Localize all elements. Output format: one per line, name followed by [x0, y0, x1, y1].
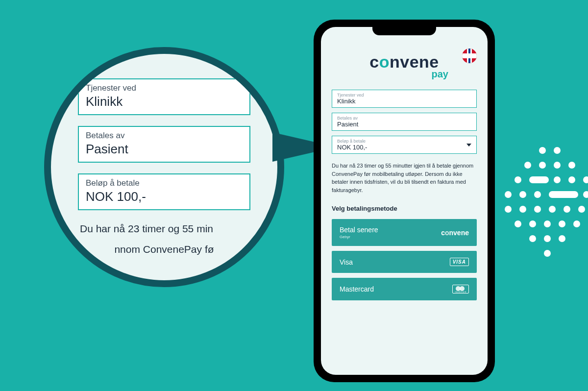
pay-later-label: Betal senere [340, 226, 378, 234]
payer-value: Pasient [337, 121, 471, 128]
payment-methods-title: Velg betalingsmetode [332, 205, 477, 212]
zoom-field-payer: Betales av Pasient [78, 126, 250, 163]
payer-label: Betales av [337, 116, 471, 121]
app-screen: convene pay Tjenester ved Klinikk Betale… [321, 27, 488, 375]
zoom-value-amount: NOK 100,- [86, 189, 243, 204]
mastercard-label: Mastercard [340, 285, 374, 293]
mastercard-badge-icon: mastercard [452, 285, 469, 293]
zoom-label-amount: Beløp å betale [86, 178, 243, 188]
zoom-info-line1: Du har nå 23 timer og 55 min [78, 221, 250, 237]
visa-button[interactable]: Visa VISA [332, 251, 477, 273]
zoom-field-service: Tjenester ved Klinikk [78, 78, 250, 115]
zoom-field-amount: Beløp å betale NOK 100,- [78, 173, 250, 210]
service-field[interactable]: Tjenester ved Klinikk [332, 90, 477, 108]
brand-logo: convene pay [332, 52, 477, 80]
detail-bubble: Tjenester ved Klinikk Betales av Pasient… [44, 47, 284, 287]
amount-value: NOK 100,- [337, 144, 471, 151]
payer-field[interactable]: Betales av Pasient [332, 113, 477, 131]
pay-later-button[interactable]: Betal senere Gebyr convene [332, 219, 477, 246]
brand-name: convene [369, 52, 439, 72]
zoom-label-payer: Betales av [86, 131, 243, 141]
mastercard-button[interactable]: Mastercard mastercard [332, 278, 477, 300]
zoom-value-payer: Pasient [86, 142, 243, 157]
visa-label: Visa [340, 258, 353, 266]
visa-badge-icon: VISA [450, 258, 469, 266]
language-flag-button[interactable] [462, 49, 477, 63]
countdown-info-text: Du har nå 23 timer og 55 minutter igjen … [332, 162, 477, 194]
chevron-down-icon [466, 144, 471, 147]
pay-later-sub: Gebyr [340, 235, 378, 239]
amount-select[interactable]: Beløp å betale NOK 100,- [332, 136, 477, 154]
zoom-info-line2: nnom ConvenePay fø [78, 242, 250, 257]
phone-frame: convene pay Tjenester ved Klinikk Betale… [314, 20, 495, 382]
zoom-label-service: Tjenester ved [86, 83, 243, 93]
amount-label: Beløp å betale [337, 139, 471, 144]
service-label: Tjenester ved [337, 93, 471, 98]
zoom-value-service: Klinikk [86, 94, 243, 109]
service-value: Klinikk [337, 98, 471, 105]
decorative-dots-icon [505, 147, 588, 265]
convene-brand-icon: convene [441, 229, 469, 237]
